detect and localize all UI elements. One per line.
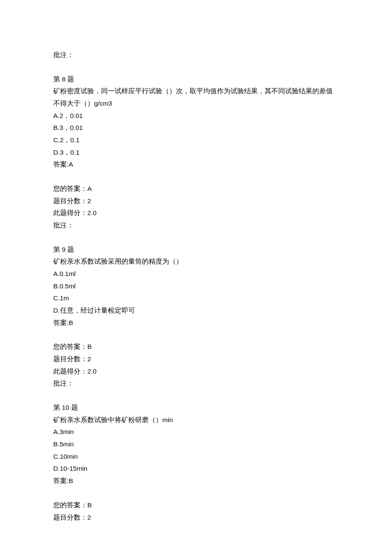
option-a: A.0.1ml (53, 268, 339, 280)
question-9-result: 您的答案：B 题目分数：2 此题得分：2.0 批注： (53, 341, 339, 390)
question-9: 第 9 题 矿粉亲水系数试验采用的量筒的精度为（） A.0.1ml B.0.5m… (53, 244, 339, 329)
score-total-line: 题目分数：2 (53, 195, 339, 207)
option-b: B.3，0.01 (53, 122, 339, 134)
answer-line: 答案:A (53, 158, 339, 171)
question-stem: 矿粉亲水系数试验中将矿粉研磨（）min (53, 414, 339, 426)
comment-label: 批注： (53, 377, 339, 390)
option-d: D.3，0.1 (53, 147, 339, 159)
question-8: 第 8 题 矿粉密度试验，同一试样应平行试验（）次，取平均值作为试验结果，其不同… (53, 73, 339, 171)
question-10-result: 您的答案：B 题目分数：2 (53, 499, 339, 523)
question-8-result: 您的答案：A 题目分数：2 此题得分：2.0 批注： (53, 183, 339, 232)
score-got-line: 此题得分：2.0 (53, 207, 339, 219)
answer-line: 答案:B (53, 475, 339, 487)
score-total-line: 题目分数：2 (53, 512, 339, 524)
question-title: 第 9 题 (53, 244, 339, 256)
your-answer-line: 您的答案：A (53, 183, 339, 195)
question-stem: 矿粉亲水系数试验采用的量筒的精度为（） (53, 256, 339, 268)
question-10: 第 10 题 矿粉亲水系数试验中将矿粉研磨（）min A.3min B.5min… (53, 402, 339, 487)
question-stem: 矿粉密度试验，同一试样应平行试验（）次，取平均值作为试验结果，其不同试验结果的差… (53, 85, 339, 109)
your-answer-line: 您的答案：B (53, 341, 339, 353)
comment-label: 批注： (53, 219, 339, 232)
option-c: C.10min (53, 451, 339, 463)
option-d: D.任意，经过计量检定即可 (53, 305, 339, 317)
option-b: B.0.5ml (53, 280, 339, 293)
question-title: 第 10 题 (53, 402, 339, 414)
option-b: B.5min (53, 438, 339, 451)
option-d: D.10-15min (53, 463, 339, 475)
option-c: C.1m (53, 292, 339, 305)
your-answer-line: 您的答案：B (53, 499, 339, 512)
score-got-line: 此题得分：2.0 (53, 365, 339, 378)
question-title: 第 8 题 (53, 73, 339, 86)
prev-question-tail: 批注： (53, 49, 339, 61)
comment-label: 批注： (53, 49, 339, 61)
option-a: A.2，0.01 (53, 110, 339, 122)
answer-line: 答案:B (53, 317, 339, 329)
score-total-line: 题目分数：2 (53, 353, 339, 365)
option-a: A.3min (53, 426, 339, 438)
option-c: C.2，0.1 (53, 134, 339, 147)
